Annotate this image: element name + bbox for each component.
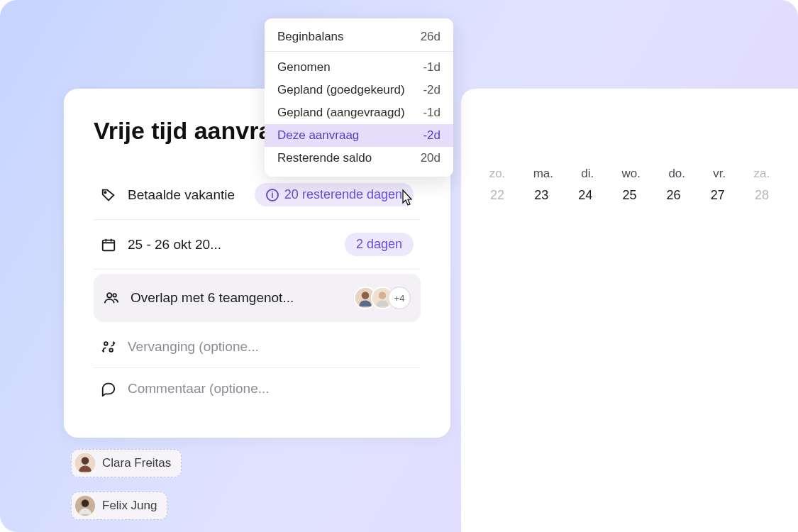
overlap-label: Overlap met 6 teamgenot... xyxy=(131,290,343,306)
comment-label: Commentaar (optione... xyxy=(128,381,414,397)
popover-row-this-request: Deze aanvraag -2d xyxy=(265,124,453,147)
pointer-cursor-icon xyxy=(397,189,414,211)
popover-value: -2d xyxy=(423,128,440,143)
row-replacement[interactable]: Vervanging (optione... xyxy=(94,326,421,368)
date-22: 22 xyxy=(490,188,504,203)
popover-value: -1d xyxy=(423,106,440,120)
calendar-date-header: 22 23 24 25 26 27 28 xyxy=(475,188,784,203)
popover-row-begin: Beginbalans 26d xyxy=(265,26,453,52)
chip-label: Clara Freitas xyxy=(102,456,171,470)
popover-value: 26d xyxy=(421,30,440,44)
row-date-range[interactable]: 25 - 26 okt 20... 2 dagen xyxy=(94,220,421,270)
svg-point-23 xyxy=(109,348,113,352)
row-leave-type[interactable]: Betaalde vakantie i 20 resterende dagen xyxy=(94,170,421,220)
date-range-label: 25 - 26 okt 20... xyxy=(128,237,333,253)
date-23: 23 xyxy=(534,188,548,203)
calendar-day-header: zo. ma. di. wo. do. vr. za. xyxy=(475,167,784,181)
svg-point-22 xyxy=(104,342,108,345)
timeline-panel: zo. ma. di. wo. do. vr. za. 22 23 24 25 … xyxy=(461,89,798,532)
popover-row-taken: Genomen -1d xyxy=(265,56,453,79)
info-icon: i xyxy=(266,189,279,201)
popover-value: -2d xyxy=(423,83,440,97)
tag-icon xyxy=(101,187,116,203)
timeline-chip-felix[interactable]: Felix Jung xyxy=(71,492,167,520)
popover-row-planned-requested: Gepland (aangevraagd) -1d xyxy=(265,101,453,124)
row-comment[interactable]: Commentaar (optione... xyxy=(94,368,421,409)
svg-rect-15 xyxy=(103,240,115,250)
svg-point-16 xyxy=(107,293,111,297)
popover-label: Gepland (goedgekeurd) xyxy=(277,83,405,97)
popover-label: Beginbalans xyxy=(277,30,344,44)
popover-row-remaining: Resterende saldo 20d xyxy=(265,147,453,170)
popover-label: Resterende saldo xyxy=(277,151,372,165)
balance-popover: Beginbalans 26d Genomen -1d Gepland (goe… xyxy=(265,18,453,177)
avatar-icon xyxy=(75,496,95,516)
svg-point-14 xyxy=(104,192,106,193)
swap-people-icon xyxy=(101,339,116,355)
date-27: 27 xyxy=(711,188,725,203)
day-zo: zo. xyxy=(489,167,506,181)
date-25: 25 xyxy=(622,188,636,203)
popover-label: Deze aanvraag xyxy=(277,128,359,143)
avatar-icon xyxy=(75,453,95,473)
popover-label: Gepland (aangevraagd) xyxy=(277,106,405,120)
chip-label: Felix Jung xyxy=(102,499,157,513)
replacement-label: Vervanging (optione... xyxy=(128,339,414,355)
duration-pill: 2 dagen xyxy=(345,233,414,256)
svg-point-13 xyxy=(82,499,89,507)
popover-label: Genomen xyxy=(277,60,331,74)
duration-text: 2 dagen xyxy=(356,237,402,252)
svg-point-21 xyxy=(379,292,387,299)
leave-type-label: Betaalde vakantie xyxy=(128,187,243,203)
svg-point-19 xyxy=(362,292,370,299)
popover-row-planned-approved: Gepland (goedgekeurd) -2d xyxy=(265,79,453,101)
comment-icon xyxy=(101,381,116,397)
day-di: di. xyxy=(581,167,594,181)
day-ma: ma. xyxy=(533,167,553,181)
row-overlap[interactable]: Overlap met 6 teamgenot... +4 xyxy=(94,274,421,322)
day-do: do. xyxy=(668,167,685,181)
date-24: 24 xyxy=(578,188,592,203)
date-26: 26 xyxy=(667,188,681,203)
day-za: za. xyxy=(754,167,770,181)
avatar-more-badge: +4 xyxy=(388,287,411,309)
date-28: 28 xyxy=(755,188,769,203)
remaining-days-text: 20 resterende dagen xyxy=(284,187,402,202)
day-wo: wo. xyxy=(622,167,641,181)
svg-point-17 xyxy=(113,294,116,297)
overlap-avatars: +4 xyxy=(354,287,411,309)
svg-point-11 xyxy=(82,457,89,465)
calendar-icon xyxy=(101,237,116,253)
remaining-days-pill[interactable]: i 20 resterende dagen xyxy=(255,183,414,206)
timeline-chip-clara[interactable]: Clara Freitas xyxy=(71,449,182,477)
day-vr: vr. xyxy=(713,167,726,181)
popover-value: 20d xyxy=(421,151,440,165)
team-icon xyxy=(104,290,119,306)
popover-value: -1d xyxy=(423,60,440,74)
